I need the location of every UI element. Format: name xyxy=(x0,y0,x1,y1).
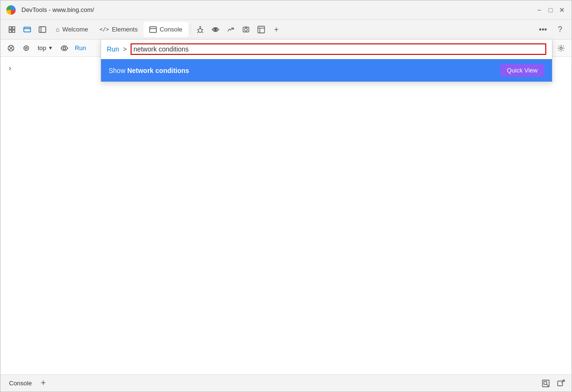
svg-rect-6 xyxy=(39,27,46,32)
chevron-right-icon: › xyxy=(9,64,11,72)
tab-console[interactable]: Console xyxy=(143,22,188,37)
undock-button[interactable] xyxy=(539,377,552,390)
palette-arrow: > xyxy=(123,45,127,53)
bottom-console-label: Console xyxy=(9,380,32,387)
elements-icon: </> xyxy=(100,26,109,32)
svg-point-13 xyxy=(245,28,247,31)
sidebar-icon[interactable] xyxy=(35,22,50,37)
clear-console-button[interactable] xyxy=(4,41,18,55)
main-content: › xyxy=(0,57,572,374)
window-controls: − □ ✕ xyxy=(535,6,566,14)
svg-rect-4 xyxy=(24,27,31,32)
bottom-console-tab[interactable]: Console xyxy=(4,378,37,389)
tab-memory[interactable] xyxy=(238,22,254,37)
tab-elements-label: Elements xyxy=(112,26,138,33)
svg-rect-0 xyxy=(9,27,11,29)
bottom-plus-icon: + xyxy=(41,378,46,388)
tabs-right: ••• ? xyxy=(535,22,568,37)
command-input[interactable] xyxy=(131,43,546,55)
svg-rect-1 xyxy=(12,27,15,29)
bottom-right-controls xyxy=(539,377,568,390)
tab-elements[interactable]: </> Elements xyxy=(94,22,143,37)
svg-rect-28 xyxy=(558,381,562,386)
maximize-button[interactable]: □ xyxy=(547,6,554,14)
add-tab-button[interactable]: + xyxy=(269,22,284,37)
tab-network[interactable] xyxy=(208,22,223,37)
context-selector[interactable]: top ▼ xyxy=(35,43,56,52)
highlight-text: Network conditions xyxy=(127,67,189,74)
console-toolbar: top ▼ Run Run > Show Network conditions … xyxy=(0,40,572,57)
more-options-button[interactable]: ••• xyxy=(535,22,551,37)
bottom-bar: Console + xyxy=(0,374,572,392)
close-button[interactable]: ✕ xyxy=(558,6,566,14)
svg-rect-3 xyxy=(12,30,15,32)
tabs-bar: ⌂ Welcome </> Elements Console xyxy=(0,20,572,40)
browser-logo xyxy=(6,5,16,15)
tab-welcome-label: Welcome xyxy=(62,26,88,33)
top-label: top xyxy=(38,44,46,52)
svg-point-21 xyxy=(24,46,29,51)
svg-rect-8 xyxy=(150,27,156,32)
help-icon: ? xyxy=(558,25,562,34)
console-icon xyxy=(149,26,157,33)
settings-button[interactable] xyxy=(554,41,568,55)
run-label[interactable]: Run xyxy=(73,44,88,52)
tab-welcome[interactable]: ⌂ Welcome xyxy=(50,22,94,37)
bottom-add-tab-button[interactable]: + xyxy=(37,377,50,390)
svg-rect-2 xyxy=(9,30,11,32)
svg-point-24 xyxy=(560,47,562,49)
svg-rect-26 xyxy=(544,382,547,384)
title-bar: DevTools - www.bing.com/ − □ ✕ xyxy=(0,0,572,20)
quick-view-button[interactable]: Quick View xyxy=(500,64,544,77)
command-palette: Run > Show Network conditions Quick View xyxy=(101,40,552,82)
command-input-row: Run > xyxy=(101,40,552,59)
expand-sidebar-button[interactable]: › xyxy=(4,62,16,74)
svg-point-23 xyxy=(63,47,65,49)
help-button[interactable]: ? xyxy=(552,22,568,37)
show-prefix: Show xyxy=(109,67,127,74)
svg-line-27 xyxy=(547,384,549,386)
command-result-item[interactable]: Show Network conditions Quick View xyxy=(101,59,552,82)
tab-application[interactable] xyxy=(254,22,269,37)
svg-point-10 xyxy=(198,29,202,32)
svg-rect-15 xyxy=(258,26,265,33)
tab-performance[interactable] xyxy=(223,22,238,37)
window-title: DevTools - www.bing.com/ xyxy=(21,6,530,13)
tab-separator xyxy=(190,25,191,34)
devtools-icon[interactable] xyxy=(20,22,35,37)
filter-button[interactable] xyxy=(20,41,33,55)
svg-point-11 xyxy=(214,29,216,30)
inspect-icon[interactable] xyxy=(4,22,20,37)
more-icon: ••• xyxy=(539,25,547,34)
chevron-down-icon: ▼ xyxy=(48,45,53,51)
minimize-button[interactable]: − xyxy=(535,6,543,14)
eye-button[interactable] xyxy=(58,41,71,55)
result-text: Show Network conditions xyxy=(109,67,500,74)
svg-point-22 xyxy=(25,47,27,49)
plus-icon: + xyxy=(274,25,278,34)
detach-button[interactable] xyxy=(554,377,568,390)
home-icon: ⌂ xyxy=(56,26,60,33)
tab-console-label: Console xyxy=(160,26,183,33)
palette-run-label: Run xyxy=(107,45,119,53)
tab-debugger[interactable] xyxy=(193,22,208,37)
